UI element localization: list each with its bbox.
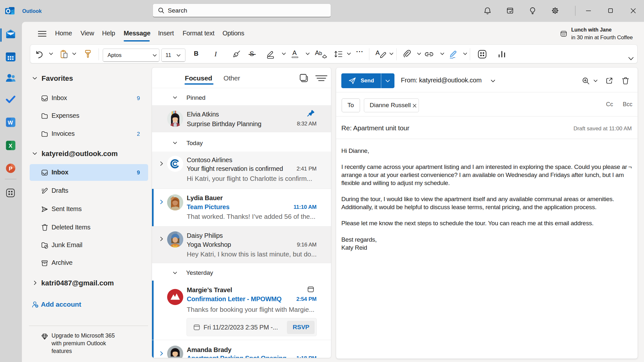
svg-text:P: P [9,166,12,172]
svg-text:W: W [8,120,13,126]
svg-text:X: X [9,143,13,149]
